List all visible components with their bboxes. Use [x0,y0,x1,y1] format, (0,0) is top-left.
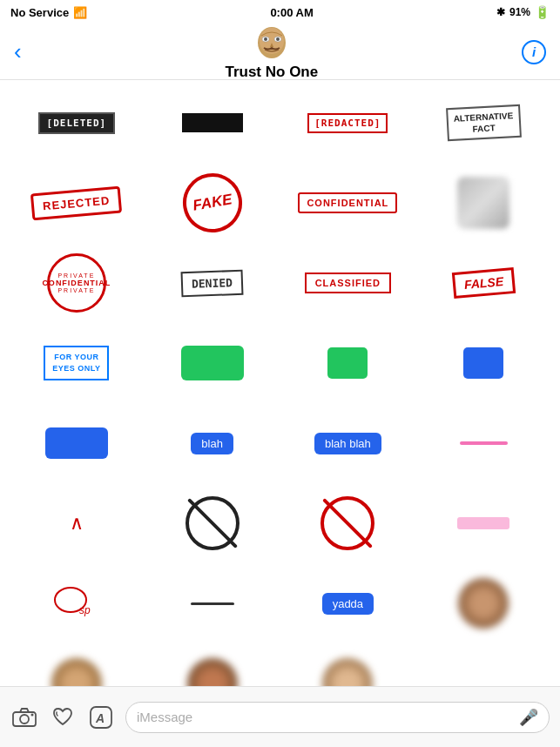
no-circle-sticker[interactable] [186,496,240,550]
blue-wide-sticker[interactable] [45,427,108,459]
sticker-cell[interactable]: DENIED [149,249,276,317]
svg-point-5 [276,37,280,41]
sticker-cell[interactable] [420,409,547,477]
blue-rect-sticker[interactable] [463,347,503,379]
face-blur-sticker3[interactable] [51,658,102,686]
bluetooth-icon: ✱ [496,6,505,18]
carrier-text: No Service [10,6,69,19]
camera-button[interactable] [10,703,38,731]
sticker-cell[interactable]: sp [13,569,140,637]
mask-icon [253,24,291,62]
svg-point-4 [264,37,267,41]
sticker-cell[interactable] [149,329,276,397]
face-blur-sticker1[interactable] [457,177,509,229]
wifi-icon: 📶 [73,6,87,19]
no-circle-red-sticker[interactable] [320,496,374,550]
redacted-sticker[interactable]: [REDACTED] [307,113,388,133]
sticker-cell[interactable] [149,89,276,157]
sticker-cell[interactable] [420,569,547,637]
svg-text:A: A [95,711,105,725]
info-button[interactable]: i [522,40,546,64]
heart-button[interactable] [49,703,77,731]
sticker-cell[interactable] [285,329,412,397]
classified-sticker[interactable]: CLASSIFIED [305,273,391,293]
sticker-cell[interactable]: blah [149,409,276,477]
green-rect-sticker[interactable] [181,346,244,380]
imessage-placeholder: iMessage [137,710,512,724]
imessage-input[interactable]: iMessage 🎤 [125,702,550,733]
sticker-cell[interactable] [13,409,140,477]
sticker-cell[interactable]: FOR YOUREYES ONLY [13,329,140,397]
svg-text:sp: sp [79,604,91,616]
nav-bar: ‹ Trust No One i [0,24,560,80]
face-blur-sticker5[interactable] [322,658,373,686]
false-sticker[interactable]: FALSE [451,267,515,299]
black-line-sticker[interactable] [191,602,234,605]
altfact-sticker[interactable]: ALTERNATIVEFACT [446,104,521,141]
sticker-cell[interactable]: CONFIDENTIAL [13,249,140,317]
eyes-only-sticker[interactable]: FOR YOUREYES ONLY [44,346,109,380]
sticker-cell[interactable]: CLASSIFIED [285,249,412,317]
blackbar-sticker[interactable] [182,113,243,132]
face-blur-sticker2[interactable] [458,578,509,629]
red-oval-sp-sticker[interactable]: sp [51,581,102,626]
sticker-cell[interactable]: FAKE [149,169,276,237]
sticker-cell[interactable] [285,489,412,557]
sticker-cell[interactable] [285,649,412,686]
status-bar: No Service 📶 0:00 AM ✱ 91% 🔋 [0,0,560,24]
heart-icon [51,705,75,730]
fake-sticker[interactable]: FAKE [178,169,246,238]
denied-sticker[interactable]: DENIED [181,269,244,296]
back-chevron-icon: ‹ [14,38,22,65]
status-right: ✱ 91% 🔋 [496,5,550,19]
deleted-sticker[interactable]: [DELETED] [38,112,116,134]
sticker-cell[interactable] [420,489,547,557]
svg-point-9 [20,715,29,723]
pink-highlight-sticker[interactable] [457,517,509,529]
microphone-icon[interactable]: 🎤 [519,708,538,727]
appstore-button[interactable]: A [87,703,115,731]
sticker-cell[interactable]: CONFIDENTIAL [285,169,412,237]
sticker-cell[interactable] [149,489,276,557]
status-left: No Service 📶 [10,6,87,19]
confidential-circle-sticker[interactable]: CONFIDENTIAL [47,253,106,313]
sticker-cell[interactable]: REJECTED [13,169,140,237]
bottom-bar: A iMessage 🎤 [0,686,560,747]
appstore-icon: A [89,705,113,730]
sticker-cell[interactable]: FALSE [420,249,547,317]
sticker-cell[interactable] [420,169,547,237]
camera-icon [12,707,37,728]
status-time: 0:00 AM [270,6,313,19]
info-icon: i [532,44,536,59]
pink-line-sticker[interactable] [460,441,508,445]
sticker-cell[interactable]: ALTERNATIVEFACT [420,89,547,157]
sticker-cell[interactable]: [REDACTED] [285,89,412,157]
sticker-cell [420,649,547,686]
sticker-cell[interactable]: blah blah [285,409,412,477]
blah-blah-sticker[interactable]: blah blah [314,433,381,454]
red-check-sticker[interactable]: ∧ [70,512,84,535]
sticker-grid: [DELETED] [REDACTED] ALTERNATIVEFACT REJ… [0,80,560,686]
back-button[interactable]: ‹ [14,38,22,65]
battery-text: 91% [509,6,530,18]
sticker-cell[interactable]: [DELETED] [13,89,140,157]
sticker-cell[interactable] [13,649,140,686]
sticker-cell[interactable] [149,569,276,637]
yadda-sticker[interactable]: yadda [322,593,374,615]
face-blur-sticker4[interactable] [187,658,238,686]
rejected-sticker[interactable]: REJECTED [30,185,123,220]
sticker-cell[interactable] [149,649,276,686]
nav-title-area: Trust No One [225,24,318,81]
confidential-red-sticker[interactable]: CONFIDENTIAL [298,192,397,213]
nav-title: Trust No One [225,64,318,81]
sticker-cell[interactable]: yadda [285,569,412,637]
svg-point-10 [31,713,34,716]
battery-icon: 🔋 [535,5,550,19]
green-small-sticker[interactable] [327,347,368,379]
sticker-cell[interactable]: ∧ [13,489,140,557]
blah-sticker[interactable]: blah [191,433,233,454]
sticker-cell[interactable] [420,329,547,397]
